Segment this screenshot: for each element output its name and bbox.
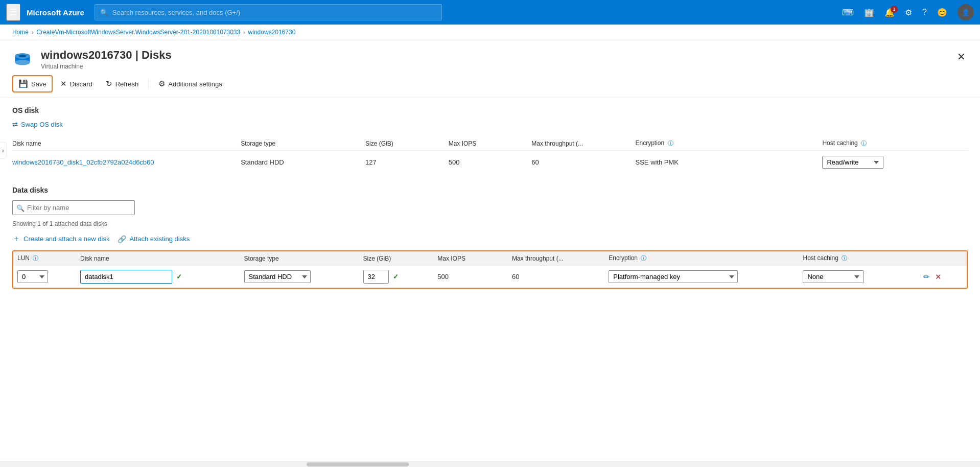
directory-button[interactable]: 🏢 (860, 5, 878, 20)
breadcrumb-sep-1: › (32, 30, 33, 35)
search-input[interactable] (112, 9, 436, 16)
attach-existing-label: Attach existing disks (129, 235, 190, 243)
refresh-label: Refresh (115, 80, 139, 88)
encryption-select[interactable]: Platform-managed key Customer-managed ke… (609, 270, 738, 283)
attach-existing-icon: 🔗 (118, 235, 126, 243)
os-disk-name-link[interactable]: windows2016730_disk1_02cfb2792a024d6cb60 (12, 158, 154, 166)
delete-disk-button[interactable]: ✕ (934, 271, 943, 283)
save-icon: 💾 (18, 79, 28, 88)
search-icon: 🔍 (100, 9, 108, 16)
page-title-section: windows2016730 | Disks Virtual machine (41, 49, 947, 70)
size-input-wrap: ✓ (363, 270, 434, 284)
refresh-button[interactable]: ↻ Refresh (100, 76, 145, 92)
data-col-diskname: Disk name (80, 251, 244, 266)
os-disk-section: OS disk ⇄ Swap OS disk Disk name Storage… (0, 98, 980, 182)
data-host-caching-select[interactable]: None Read-only Read/write (803, 270, 864, 283)
data-col-encryption: Encryption ⓘ (609, 251, 803, 266)
data-maxiops-cell: 500 (437, 266, 512, 288)
data-encryption-info-icon[interactable]: ⓘ (641, 255, 646, 261)
save-button[interactable]: 💾 Save (12, 75, 53, 92)
os-disk-row: windows2016730_disk1_02cfb2792a024d6cb60… (12, 151, 968, 174)
settings-gear-icon: ⚙ (158, 79, 165, 88)
discard-button[interactable]: ✕ Discard (55, 76, 98, 92)
data-disk-highlighted-container: LUN ⓘ Disk name Storage type Size (GiB) (12, 250, 968, 289)
refresh-icon: ↻ (106, 79, 112, 88)
settings-icon: ⚙ (905, 8, 912, 17)
additional-settings-label: Additional settings (168, 80, 222, 88)
data-disk-row: 0 1 2 ✓ (13, 266, 967, 288)
filter-wrap: 🔍 (12, 200, 135, 215)
page-title: windows2016730 | Disks (41, 49, 947, 62)
page-icon (12, 49, 33, 69)
encryption-info-icon[interactable]: ⓘ (668, 140, 673, 146)
page-subtitle: Virtual machine (41, 63, 947, 70)
data-col-maxthroughput: Max throughput (... (512, 251, 609, 266)
swap-label: Swap OS disk (21, 121, 63, 128)
svg-point-2 (15, 60, 30, 65)
scrollbar-thumb[interactable] (307, 462, 409, 464)
page-header: windows2016730 | Disks Virtual machine ✕ (0, 40, 980, 70)
close-button[interactable]: ✕ (955, 49, 968, 65)
data-host-caching-info-icon[interactable]: ⓘ (842, 255, 847, 261)
breadcrumb: Home › CreateVm-MicrosoftWindowsServer.W… (0, 25, 980, 40)
data-col-actions (922, 251, 967, 266)
disk-name-input[interactable] (80, 270, 172, 284)
data-lun-cell: 0 1 2 (13, 266, 80, 288)
lun-info-icon[interactable]: ⓘ (33, 255, 38, 261)
disk-svg-icon (13, 50, 32, 68)
azure-logo: Microsoft Azure (27, 8, 84, 17)
help-button[interactable]: ? (918, 5, 931, 20)
os-col-storage: Storage type (241, 136, 365, 151)
create-attach-plus-icon: ＋ (12, 233, 20, 244)
data-col-maxiops: Max IOPS (437, 251, 512, 266)
search-bar[interactable]: 🔍 (95, 4, 442, 20)
breadcrumb-vm[interactable]: windows2016730 (248, 29, 296, 36)
os-col-maxiops: Max IOPS (449, 136, 532, 151)
host-caching-info-icon[interactable]: ⓘ (861, 140, 867, 146)
hamburger-menu-button[interactable]: ☰ (6, 4, 20, 21)
breadcrumb-home[interactable]: Home (12, 29, 29, 36)
os-encryption-cell: SSE with PMK (636, 151, 823, 174)
data-storage-cell: Standard HDD Standard SSD Premium SSD Ul… (244, 266, 363, 288)
os-max-iops-cell: 500 (449, 151, 532, 174)
sidebar-toggle[interactable]: › (0, 143, 7, 159)
showing-text: Showing 1 of 1 attached data disks (12, 220, 968, 227)
data-row-actions-cell: ✏ ✕ (922, 266, 967, 288)
notifications-button[interactable]: 🔔 1 (880, 5, 899, 20)
data-disks-title: Data disks (12, 186, 968, 194)
os-col-encryption: Encryption ⓘ (636, 136, 823, 151)
breadcrumb-createvm[interactable]: CreateVm-MicrosoftWindowsServer.WindowsS… (36, 29, 240, 36)
create-attach-label: Create and attach a new disk (24, 235, 109, 243)
size-input[interactable] (363, 270, 389, 284)
toolbar: 💾 Save ✕ Discard ↻ Refresh ⚙ Additional … (0, 70, 980, 98)
attach-existing-button[interactable]: 🔗 Attach existing disks (118, 235, 190, 243)
os-storage-type-cell: Standard HDD (241, 151, 365, 174)
os-host-caching-select[interactable]: Read/write Read-only None (822, 156, 883, 169)
os-col-hostcaching: Host caching ⓘ (822, 136, 968, 151)
cloud-shell-button[interactable]: ⌨ (838, 5, 858, 20)
feedback-button[interactable]: 😊 (933, 5, 951, 20)
row-actions: ✏ ✕ (922, 271, 963, 283)
toolbar-divider (148, 79, 149, 89)
data-col-hostcaching: Host caching ⓘ (803, 251, 922, 266)
storage-type-select[interactable]: Standard HDD Standard SSD Premium SSD Ul… (244, 270, 311, 283)
data-disk-actions: ＋ Create and attach a new disk 🔗 Attach … (12, 233, 968, 244)
data-hostcaching-cell: None Read-only Read/write (803, 266, 922, 288)
swap-os-disk-link[interactable]: ⇄ Swap OS disk (12, 121, 968, 128)
discard-icon: ✕ (60, 79, 67, 88)
avatar-icon: 👤 (962, 9, 970, 16)
additional-settings-button[interactable]: ⚙ Additional settings (153, 76, 228, 92)
os-col-size: Size (GiB) (365, 136, 449, 151)
create-attach-button[interactable]: ＋ Create and attach a new disk (12, 233, 109, 244)
data-encryption-cell: Platform-managed key Customer-managed ke… (609, 266, 803, 288)
edit-disk-button[interactable]: ✏ (922, 271, 931, 283)
avatar[interactable]: 👤 (958, 4, 974, 20)
data-col-size: Size (GiB) (363, 251, 438, 266)
filter-input[interactable] (12, 200, 135, 215)
notification-badge: 1 (891, 6, 898, 13)
directory-icon: 🏢 (864, 8, 874, 17)
settings-button[interactable]: ⚙ (901, 5, 916, 20)
scrollbar-area (0, 461, 980, 464)
svg-point-4 (19, 55, 26, 57)
lun-select[interactable]: 0 1 2 (17, 270, 48, 283)
